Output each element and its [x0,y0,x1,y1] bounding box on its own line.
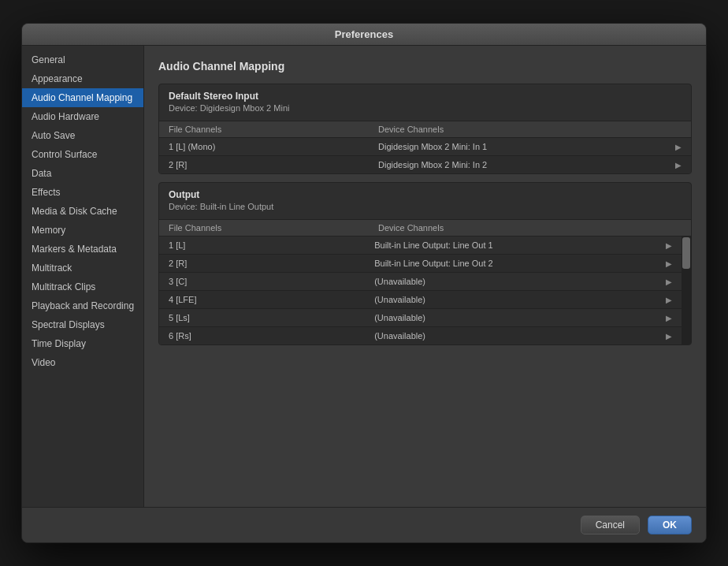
stereo-device-channel: Digidesign Mbox 2 Mini: In 2 ▶ [372,156,691,173]
output-device: Device: Built-in Line Output [169,202,682,211]
stereo-row[interactable]: 2 [R] Digidesign Mbox 2 Mini: In 2 ▶ [159,156,691,173]
output-device-channel: (Unavailable) ▶ [368,291,682,308]
chevron-right-icon: ▶ [666,277,672,286]
preferences-dialog: Preferences GeneralAppearanceAudio Chann… [21,23,707,543]
output-device-channel: (Unavailable) ▶ [368,309,682,326]
sidebar-item-spectral-displays[interactable]: Spectral Displays [22,315,143,334]
sidebar-item-time-display[interactable]: Time Display [22,334,143,353]
chevron-right-icon: ▶ [666,259,672,268]
section-title: Audio Channel Mapping [158,60,692,73]
output-header: Output Device: Built-in Line Output [159,183,691,219]
dialog-content: GeneralAppearanceAudio Channel MappingAu… [22,46,706,507]
output-row[interactable]: 1 [L] Built-in Line Output: Line Out 1 ▶ [159,236,682,255]
sidebar-item-video[interactable]: Video [22,353,143,372]
sidebar-item-markers-metadata[interactable]: Markers & Metadata [22,240,143,259]
sidebar-item-appearance[interactable]: Appearance [22,69,143,88]
sidebar-item-audio-hardware[interactable]: Audio Hardware [22,107,143,126]
output-col-device: Device Channels [372,220,691,236]
sidebar-item-multitrack[interactable]: Multitrack [22,259,143,277]
sidebar-item-media-disk-cache[interactable]: Media & Disk Cache [22,202,143,221]
sidebar-item-multitrack-clips[interactable]: Multitrack Clips [22,277,143,296]
sidebar-item-auto-save[interactable]: Auto Save [22,126,143,145]
sidebar: GeneralAppearanceAudio Channel MappingAu… [22,46,144,507]
ok-button[interactable]: OK [648,516,692,534]
output-row[interactable]: 3 [C] (Unavailable) ▶ [159,273,682,291]
output-file-channel: 2 [R] [159,255,368,272]
stereo-input-rows: 1 [L] (Mono) Digidesign Mbox 2 Mini: In … [159,138,691,173]
output-row[interactable]: 4 [LFE] (Unavailable) ▶ [159,291,682,309]
chevron-right-icon: ▶ [675,161,682,169]
main-panel: Audio Channel Mapping Default Stereo Inp… [144,46,706,507]
stereo-input-header-row: File Channels Device Channels [159,121,691,138]
output-file-channel: 5 [Ls] [159,309,368,326]
stereo-input-device: Device: Digidesign Mbox 2 Mini [169,103,682,113]
output-file-channel: 4 [LFE] [159,291,368,308]
sidebar-item-memory[interactable]: Memory [22,221,143,240]
stereo-input-panel: Default Stereo Input Device: Digidesign … [158,84,692,174]
chevron-right-icon: ▶ [666,241,672,250]
dialog-footer: Cancel OK [22,507,706,542]
sidebar-item-playback-recording[interactable]: Playback and Recording [22,296,143,315]
output-col-file: File Channels [159,220,372,236]
output-device-channel: Built-in Line Output: Line Out 2 ▶ [368,255,682,272]
sidebar-item-effects[interactable]: Effects [22,183,143,202]
cancel-button[interactable]: Cancel [581,516,640,534]
stereo-col-device: Device Channels [372,121,691,137]
stereo-device-channel: Digidesign Mbox 2 Mini: In 1 ▶ [372,138,691,155]
output-table-wrapper: 1 [L] Built-in Line Output: Line Out 1 ▶… [159,236,691,344]
sidebar-item-data[interactable]: Data [22,164,143,183]
output-title: Output [169,189,682,200]
title-bar: Preferences [22,24,706,46]
chevron-right-icon: ▶ [666,314,672,322]
sidebar-item-general[interactable]: General [22,50,143,69]
sidebar-item-control-surface[interactable]: Control Surface [22,145,143,164]
stereo-input-title: Default Stereo Input [169,91,682,102]
output-row[interactable]: 5 [Ls] (Unavailable) ▶ [159,309,682,327]
dialog-title: Preferences [335,28,393,40]
stereo-input-header: Default Stereo Input Device: Digidesign … [159,84,691,121]
stereo-col-file: File Channels [159,121,372,137]
output-device-channel: Built-in Line Output: Line Out 1 ▶ [368,236,682,254]
scrollbar-thumb [682,237,690,269]
chevron-right-icon: ▶ [666,332,672,341]
output-row[interactable]: 6 [Rs] (Unavailable) ▶ [159,327,682,344]
output-panel: Output Device: Built-in Line Output File… [158,182,692,345]
output-device-channel: (Unavailable) ▶ [368,327,682,344]
stereo-row[interactable]: 1 [L] (Mono) Digidesign Mbox 2 Mini: In … [159,138,691,156]
output-row[interactable]: 2 [R] Built-in Line Output: Line Out 2 ▶ [159,255,682,273]
output-rows: 1 [L] Built-in Line Output: Line Out 1 ▶… [159,236,682,344]
stereo-file-channel: 1 [L] (Mono) [159,138,372,155]
output-file-channel: 1 [L] [159,236,368,254]
output-scrollbar[interactable] [682,236,691,344]
output-header-row: File Channels Device Channels [159,219,691,236]
chevron-right-icon: ▶ [675,143,682,151]
sidebar-item-audio-channel-mapping[interactable]: Audio Channel Mapping [22,88,143,107]
output-file-channel: 3 [C] [159,273,368,290]
output-device-channel: (Unavailable) ▶ [368,273,682,290]
output-file-channel: 6 [Rs] [159,327,368,344]
stereo-file-channel: 2 [R] [159,156,372,173]
chevron-right-icon: ▶ [666,296,672,304]
